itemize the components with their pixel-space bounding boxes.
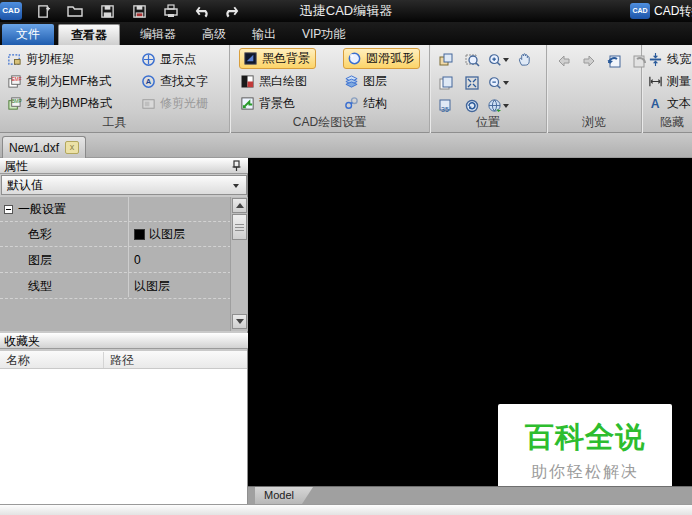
black-background-toggle[interactable]: 黑色背景 — [239, 48, 316, 69]
down-arrow-icon — [236, 319, 244, 324]
forward-button — [578, 50, 600, 71]
structure-button[interactable]: 结构 — [343, 92, 420, 114]
open-file-button[interactable] — [62, 1, 88, 21]
letter-a-circle-icon: A — [140, 73, 156, 89]
background-color-button[interactable]: 背景色 — [239, 92, 316, 114]
black-background-icon — [242, 51, 258, 67]
redo-button[interactable] — [218, 1, 244, 21]
preset-selector-value: 默认值 — [7, 178, 43, 192]
zoom-window-button[interactable] — [461, 49, 483, 70]
drawing-canvas[interactable]: 百科全说 助你轻松解决 — [248, 158, 692, 486]
copy-bmp-button[interactable]: BMP 复制为BMP格式 — [6, 92, 112, 114]
paste-view-button[interactable] — [435, 49, 457, 70]
scrollbar-thumb[interactable] — [232, 214, 247, 240]
tab-editor[interactable]: 编辑器 — [128, 24, 188, 45]
bmp-copy-icon: BMP — [6, 95, 22, 111]
property-name: 线型 — [0, 278, 130, 295]
regen-view-button[interactable] — [461, 95, 483, 116]
scroll-down-button[interactable] — [232, 314, 247, 329]
zoom-out-dropdown[interactable] — [503, 81, 509, 85]
collapse-icon[interactable] — [4, 205, 13, 214]
color-swatch — [134, 229, 145, 240]
linewidth-toggle[interactable]: 线宽 — [647, 48, 691, 70]
pin-icon[interactable] — [231, 160, 242, 172]
named-views-dropdown[interactable] — [503, 104, 509, 108]
group-label-position: 位置 — [430, 114, 546, 131]
column-header-name[interactable]: 名称 — [6, 352, 30, 369]
ribbon-group-position: 35 位置 — [430, 45, 547, 133]
property-value: 以图层 — [149, 226, 185, 243]
favorites-list[interactable] — [0, 369, 247, 504]
ribbon-group-browse: 浏览 — [547, 45, 642, 133]
line-width-icon — [647, 51, 663, 67]
menu-bar: 文件 查看器 编辑器 高级 输出 VIP功能 — [0, 22, 692, 45]
trim-raster-button: 修剪光栅 — [140, 92, 208, 114]
close-tab-button[interactable]: x — [65, 141, 79, 154]
print-button[interactable] — [158, 1, 184, 21]
scroll-up-button[interactable] — [232, 198, 247, 213]
measure-toggle[interactable]: 测量 — [647, 70, 691, 92]
up-arrow-icon — [236, 203, 244, 208]
cad-converter-button[interactable]: CAD CAD转换 — [630, 2, 692, 20]
title-bar: 迅捷CAD编辑器 CAD CAD CAD转换 — [0, 0, 692, 22]
left-panel: 属性 默认值 一般设置 色彩 以图层 图层 0 线型 以图层 — [0, 158, 248, 504]
text-toggle[interactable]: A 文本 — [647, 92, 691, 114]
document-tab-label: New1.dxf — [9, 141, 59, 155]
property-group-row[interactable]: 一般设置 — [0, 197, 231, 222]
property-row[interactable]: 图层 0 — [0, 248, 231, 273]
layout-tab-strip: Model — [248, 486, 692, 504]
named-views-button[interactable] — [487, 95, 509, 116]
folder-icon — [67, 3, 83, 19]
floppy-pdf-icon — [131, 3, 147, 19]
trim-raster-icon — [140, 95, 156, 111]
copy-emf-button[interactable]: EMF 复制为EMF格式 — [6, 70, 112, 92]
watermark-title: 百科全说 — [498, 418, 672, 458]
properties-panel-title: 属性 — [4, 159, 28, 173]
zoom-in-dropdown[interactable] — [503, 58, 509, 62]
property-group-label: 一般设置 — [18, 201, 66, 218]
tab-vip[interactable]: VIP功能 — [290, 24, 357, 45]
column-header-path[interactable]: 路径 — [110, 352, 134, 369]
structure-icon — [343, 95, 359, 111]
bw-drawing-button[interactable]: 黑白绘图 — [239, 70, 316, 92]
tab-advanced[interactable]: 高级 — [190, 24, 238, 45]
favorites-column-headers: 名称 路径 — [0, 351, 247, 369]
zoom-extents-button[interactable] — [461, 72, 483, 93]
document-tab[interactable]: New1.dxf x — [2, 136, 86, 158]
undo-button[interactable] — [190, 1, 216, 21]
svg-text:A: A — [145, 77, 151, 86]
smooth-arc-icon — [346, 51, 362, 67]
model-tab[interactable]: Model — [255, 487, 313, 504]
show-points-button[interactable]: 显示点 — [140, 48, 208, 70]
pan-button[interactable] — [513, 49, 535, 70]
zoom-in-button[interactable] — [487, 49, 509, 70]
tab-viewer[interactable]: 查看器 — [58, 24, 120, 45]
zoom-scale-button[interactable]: 35 — [435, 95, 457, 116]
cad-converter-icon: CAD — [630, 3, 650, 19]
tab-output[interactable]: 输出 — [240, 24, 288, 45]
watermark-subtitle: 助你轻松解决 — [498, 462, 672, 483]
group-label-hide: 隐藏 — [642, 114, 692, 131]
ribbon-group-tools: 剪切框架 EMF 复制为EMF格式 BMP 复制为BMP格式 显示点 A 查找文… — [0, 45, 230, 133]
scrollbar[interactable] — [230, 197, 247, 331]
property-grid: 一般设置 色彩 以图层 图层 0 线型 以图层 — [0, 197, 248, 331]
cut-frame-button[interactable]: 剪切框架 — [6, 48, 112, 70]
smooth-arc-toggle[interactable]: 圆滑弧形 — [343, 48, 420, 69]
previous-view-button[interactable] — [603, 50, 625, 71]
property-row[interactable]: 线型 以图层 — [0, 274, 231, 299]
save-button[interactable] — [94, 1, 120, 21]
ribbon-group-hide: 线宽 测量 A 文本 隐藏 — [642, 45, 692, 133]
zoom-out-button[interactable] — [487, 72, 509, 93]
property-name: 色彩 — [0, 226, 130, 243]
save-as-pdf-button[interactable] — [126, 1, 152, 21]
property-row[interactable]: 色彩 以图层 — [0, 222, 231, 247]
layers-button[interactable]: 图层 — [343, 70, 420, 92]
tab-file[interactable]: 文件 — [2, 24, 54, 45]
preset-selector[interactable]: 默认值 — [1, 175, 247, 195]
status-bar — [0, 504, 692, 515]
bw-drawing-icon — [239, 73, 255, 89]
new-file-button[interactable] — [30, 1, 56, 21]
cut-frame-icon — [6, 51, 22, 67]
find-text-button[interactable]: A 查找文字 — [140, 70, 208, 92]
copy-view-button[interactable] — [435, 72, 457, 93]
